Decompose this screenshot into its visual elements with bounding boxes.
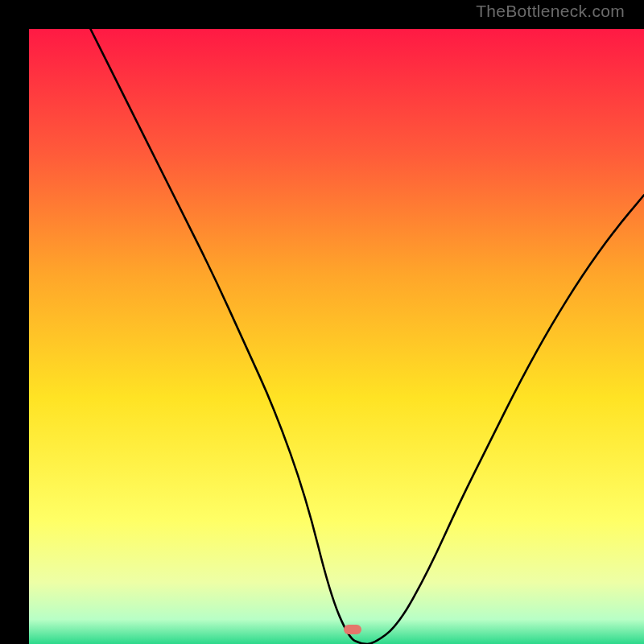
plot-svg	[29, 29, 644, 644]
plot-area	[29, 29, 644, 644]
optimal-marker	[344, 625, 361, 634]
gradient-background	[29, 29, 644, 644]
watermark-text: TheBottleneck.com	[476, 2, 625, 21]
chart-frame	[14, 14, 630, 630]
